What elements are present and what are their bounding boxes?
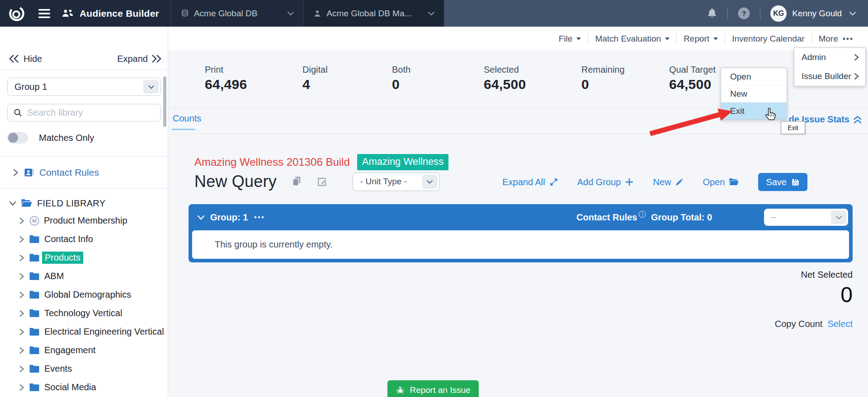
- copy-icon[interactable]: [291, 176, 302, 187]
- stat-value: 64,500: [669, 77, 716, 92]
- tree-item-product-membership[interactable]: MProduct Membership: [0, 211, 168, 230]
- unit-type-value: - Unit Type -: [353, 177, 407, 187]
- search-icon: [14, 108, 22, 117]
- chevron-down-icon[interactable]: [849, 11, 856, 16]
- edit-icon[interactable]: [317, 176, 328, 187]
- chevron-right-icon: [19, 254, 24, 262]
- group-contact-rules-label: Contact Rules: [576, 212, 637, 223]
- expand-all-button[interactable]: Expand All: [502, 177, 558, 187]
- add-group-button[interactable]: Add Group: [577, 177, 634, 187]
- folder-icon: [29, 253, 40, 262]
- tree-item-contact-info[interactable]: Contact Info: [0, 230, 168, 248]
- chevron-right-icon: [19, 217, 24, 224]
- open-query-button[interactable]: Open: [703, 177, 739, 187]
- help-icon[interactable]: ?: [738, 7, 750, 19]
- tab-counts[interactable]: Counts: [173, 113, 201, 124]
- caret-down-icon: [665, 37, 670, 40]
- database-selector[interactable]: Acme Global DB: [171, 0, 303, 27]
- stat-print: Print64,496: [205, 51, 247, 92]
- menu-match-evaluation[interactable]: Match Evaluation: [588, 34, 676, 44]
- group-select[interactable]: Group 1: [7, 78, 161, 96]
- stat-value: 64,500: [484, 77, 526, 92]
- folder-icon: [29, 234, 40, 244]
- stat-label: Digital: [302, 65, 328, 75]
- tree-item-social-media[interactable]: Social Media: [0, 378, 168, 397]
- person-icon: [313, 9, 322, 19]
- more-menu-item-admin[interactable]: Admin: [794, 48, 865, 67]
- info-icon: i: [639, 211, 646, 218]
- field-library-node[interactable]: FIELD LIBRARY: [0, 195, 168, 212]
- tree-item-label: Product Membership: [44, 215, 127, 226]
- map-selector[interactable]: Acme Global DB Ma...: [304, 0, 444, 27]
- group-operator-select[interactable]: --: [764, 209, 848, 226]
- chevron-right-icon: [19, 236, 24, 243]
- stat-value: 4: [302, 77, 328, 92]
- folder-icon: [29, 383, 40, 392]
- tree-item-products[interactable]: Products: [0, 248, 168, 267]
- matches-only-toggle[interactable]: [7, 132, 28, 144]
- tree-item-engagement[interactable]: Engagement: [0, 341, 168, 360]
- menu-label: More: [819, 34, 838, 44]
- expand-button[interactable]: Expand: [113, 54, 161, 64]
- menu-item-label: Admin: [802, 52, 826, 62]
- more-menu-item-issue-builder[interactable]: Issue Builder: [794, 67, 865, 86]
- menu-file[interactable]: File: [552, 34, 588, 44]
- chevron-down-icon[interactable]: [197, 215, 205, 220]
- stat-label: Selected: [484, 65, 526, 75]
- chevron-down-icon: [428, 11, 435, 16]
- sidebar-divider: [0, 69, 168, 70]
- exit-tooltip: Exit: [781, 121, 805, 134]
- sidebar-contact-rules[interactable]: Contact Rules: [0, 164, 168, 181]
- stat-value: 64,496: [205, 77, 247, 92]
- ellipsis-icon[interactable]: [254, 216, 265, 219]
- chevron-right-icon: [13, 168, 19, 177]
- app-logo[interactable]: [0, 0, 33, 27]
- navbar-vertical-divider: [727, 7, 728, 20]
- menu-label: Inventory Calendar: [732, 34, 805, 44]
- tree-item-events[interactable]: Events: [0, 360, 168, 378]
- menu-report[interactable]: Report: [677, 34, 725, 44]
- tree-item-technology-vertical[interactable]: Technology Vertical: [0, 304, 168, 322]
- folder-icon: [29, 327, 40, 336]
- bell-icon[interactable]: [707, 8, 717, 19]
- sidebar-scrollbar[interactable]: [163, 76, 166, 127]
- bug-icon: [396, 386, 405, 395]
- file-menu-item-open[interactable]: Open: [721, 68, 787, 85]
- menu-more[interactable]: More: [812, 34, 860, 44]
- group-select-value: Group 1: [8, 82, 47, 92]
- tree-item-abm[interactable]: ABM: [0, 267, 168, 285]
- more-dots-icon: [842, 37, 853, 41]
- query-group-1: Group: 1 Contact Rules i Group Total: 0 …: [189, 204, 853, 262]
- copy-count-select-link[interactable]: Select: [827, 319, 853, 329]
- tree-item-label: Contact Info: [44, 234, 93, 244]
- tree-item-electrical-engineering-vertical[interactable]: Electrical Engineering Vertical: [0, 322, 168, 341]
- hamburger-menu-button[interactable]: [33, 0, 55, 27]
- save-button[interactable]: Save: [758, 173, 807, 191]
- file-menu-item-exit[interactable]: Exit: [721, 103, 787, 119]
- menu-inventory-calendar[interactable]: Inventory Calendar: [725, 34, 811, 44]
- file-menu-item-new[interactable]: New: [721, 85, 787, 103]
- unit-type-select[interactable]: - Unit Type -: [353, 173, 440, 191]
- net-selected-label: Net Selected: [775, 270, 853, 280]
- user-avatar[interactable]: KG: [770, 5, 787, 22]
- report-issue-button[interactable]: Report an Issue: [387, 380, 479, 397]
- group-contact-rules-link[interactable]: Contact Rules i: [576, 212, 646, 223]
- toggle-knob: [8, 133, 18, 143]
- build-title: Amazing Wellness 201306 Build: [194, 156, 350, 168]
- build-badge: Amazing Wellness: [357, 154, 449, 170]
- hide-button[interactable]: Hide: [9, 54, 42, 64]
- net-selected-value: 0: [775, 283, 853, 307]
- tree-item-global-demographics[interactable]: Global Demographics: [0, 285, 168, 304]
- menu-item-label: Open: [730, 72, 751, 82]
- tree-item-label: Electrical Engineering Vertical: [44, 327, 164, 337]
- chevron-right-icon: [19, 291, 24, 299]
- group-total: Group Total: 0: [651, 212, 712, 223]
- caret-down-icon: [713, 37, 718, 40]
- search-input[interactable]: [26, 107, 141, 118]
- sidebar-collapse-row: Hide Expand: [0, 50, 168, 67]
- new-query-button[interactable]: New: [653, 177, 684, 187]
- menu-bar: FileMatch EvaluationReportInventory Cale…: [168, 27, 868, 51]
- copy-count-row: Copy Count Select: [775, 319, 853, 329]
- chevron-right-icon: [854, 73, 859, 80]
- menu-item-label: New: [730, 89, 747, 99]
